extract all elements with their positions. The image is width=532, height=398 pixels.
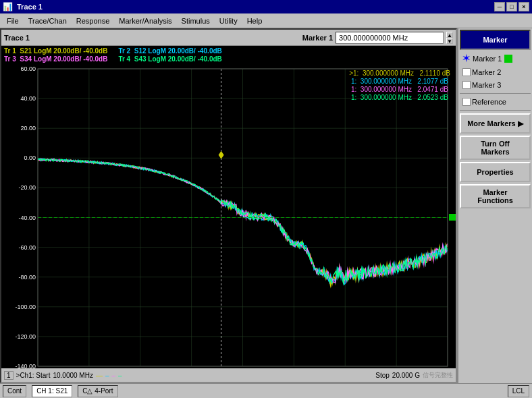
- ref-line-marker: [449, 214, 456, 221]
- trace-indicator-4: –: [118, 372, 122, 379]
- channel-start-freq: 10.0000 MHz: [53, 372, 92, 379]
- chart-title: Trace 1: [4, 34, 302, 42]
- status-bar: Cont CH 1: S21 C△ 4-Port LCL: [0, 383, 532, 398]
- trace-indicator-3: –: [111, 372, 115, 379]
- divider-2: [460, 110, 531, 111]
- trace2-label: Tr 2 S12 LogM 20.00dB/ -40.0dB: [118, 47, 221, 55]
- divider-1: [460, 93, 531, 94]
- marker3-row: Marker 3: [460, 80, 531, 90]
- lcl-label: LCL: [512, 387, 525, 395]
- close-button[interactable]: ×: [518, 2, 529, 11]
- reference-checkbox-area: Reference: [462, 98, 506, 106]
- watermark: 信号完整性: [423, 371, 453, 380]
- marker-data-overlay: >1: 300.000000 MHz 2.1110 dB 1: 300.0000…: [349, 69, 450, 102]
- marker1-row: ✶ Marker 1: [460, 52, 531, 65]
- trace3-label: Tr 3 S34 LogM 20.00dB/ -40.0dB: [4, 55, 107, 63]
- channel-bar: 1 >Ch1: Start 10.0000 MHz — – – – Stop 2…: [1, 368, 456, 382]
- reference-label: Reference: [472, 98, 506, 106]
- channel-num: 1: [4, 371, 14, 380]
- properties-btn[interactable]: Properties: [460, 162, 531, 182]
- marker-data-row-2: 1: 300.000000 MHz 2.1077 dB: [349, 78, 450, 85]
- marker-tab-btn[interactable]: Marker: [460, 30, 531, 50]
- trace-indicator-2: –: [105, 372, 109, 379]
- marker3-label: Marker 3: [472, 81, 501, 89]
- freq-down-btn[interactable]: ▼: [446, 38, 453, 44]
- main-container: Trace 1 Marker 1 ▲ ▼ Tr 1 S21 LogM 20.00…: [0, 28, 532, 383]
- cont-label: Cont: [7, 387, 22, 395]
- ch1-label: CH 1: S21: [36, 387, 68, 395]
- marker-functions-btn[interactable]: Marker Functions: [460, 184, 531, 208]
- right-panel: Marker ✶ Marker 1 Marker 2 Marker 3 Refe…: [457, 28, 532, 383]
- marker1-indicator: [504, 55, 512, 63]
- trace4-label: Tr 4 S43 LogM 20.00dB/ -40.0dB: [118, 55, 221, 63]
- status-ch1: CH 1: S21: [32, 385, 72, 397]
- port-label: C△ 4-Port: [82, 387, 113, 395]
- title-bar: 📊 Trace 1 ─ □ ×: [0, 0, 532, 13]
- trace1-label: Tr 1 S21 LogM 20.00dB/ -40.0dB: [4, 47, 107, 55]
- marker2-row: Marker 2: [460, 67, 531, 78]
- marker-data-row-3: 1: 300.000000 MHz 2.0471 dB: [349, 86, 450, 93]
- trace-row-2: Tr 3 S34 LogM 20.00dB/ -40.0dB Tr 4 S43 …: [4, 55, 453, 63]
- minimize-button[interactable]: ─: [494, 2, 505, 11]
- menu-response[interactable]: Response: [72, 16, 114, 26]
- title-bar-text: Trace 1: [17, 3, 43, 11]
- freq-up-btn[interactable]: ▲: [446, 32, 453, 38]
- menu-file[interactable]: File: [3, 16, 23, 26]
- turn-off-markers-btn[interactable]: Turn Off Markers: [460, 136, 531, 160]
- menu-bar: File Trace/Chan Response Marker/Analysis…: [0, 13, 532, 28]
- trace-info: Tr 1 S21 LogM 20.00dB/ -40.0dB Tr 2 S12 …: [1, 46, 456, 64]
- trace-indicators: —: [96, 372, 103, 379]
- main-chart-canvas: [3, 65, 454, 368]
- menu-trace-chan[interactable]: Trace/Chan: [24, 16, 71, 26]
- marker-display: Marker 1 ▲ ▼: [302, 32, 453, 44]
- more-markers-btn[interactable]: More Markers ▶: [460, 113, 531, 134]
- marker2-checkbox-area: Marker 2: [462, 68, 501, 76]
- marker3-checkbox-area: Marker 3: [462, 81, 501, 89]
- menu-utility[interactable]: Utility: [215, 16, 242, 26]
- reference-row: Reference: [460, 96, 531, 107]
- marker1-asterisk: ✶: [462, 53, 470, 63]
- status-cont: Cont: [3, 385, 26, 397]
- marker2-checkbox[interactable]: [462, 68, 471, 76]
- chart-header: Trace 1 Marker 1 ▲ ▼: [1, 30, 456, 46]
- chart-container: Trace 1 Marker 1 ▲ ▼ Tr 1 S21 LogM 20.00…: [0, 28, 457, 383]
- marker2-label: Marker 2: [472, 68, 501, 76]
- status-port: C△ 4-Port: [78, 385, 117, 397]
- reference-checkbox[interactable]: [462, 98, 471, 106]
- channel-stop-freq: 20.000 G: [392, 372, 420, 379]
- menu-marker-analysis[interactable]: Marker/Analysis: [115, 16, 176, 26]
- marker-freq-input[interactable]: [336, 32, 444, 44]
- trace-row-1: Tr 1 S21 LogM 20.00dB/ -40.0dB Tr 2 S12 …: [4, 47, 453, 55]
- menu-help[interactable]: Help: [243, 16, 267, 26]
- channel-start-label: >Ch1: Start: [16, 372, 51, 379]
- app-icon: 📊: [3, 2, 13, 11]
- menu-stimulus[interactable]: Stimulus: [178, 16, 214, 26]
- chart-plot[interactable]: >1: 300.000000 MHz 2.1110 dB 1: 300.0000…: [1, 64, 456, 368]
- status-lcl: LCL: [508, 385, 529, 397]
- marker3-checkbox[interactable]: [462, 81, 471, 89]
- marker-data-row-4: 1: 300.000000 MHz 2.0523 dB: [349, 94, 450, 101]
- marker-data-row-1: >1: 300.000000 MHz 2.1110 dB: [349, 69, 450, 77]
- marker1-label: Marker 1: [473, 55, 502, 63]
- marker-label: Marker 1: [302, 34, 333, 42]
- maximize-button[interactable]: □: [506, 2, 517, 11]
- channel-stop-label: Stop: [375, 372, 390, 379]
